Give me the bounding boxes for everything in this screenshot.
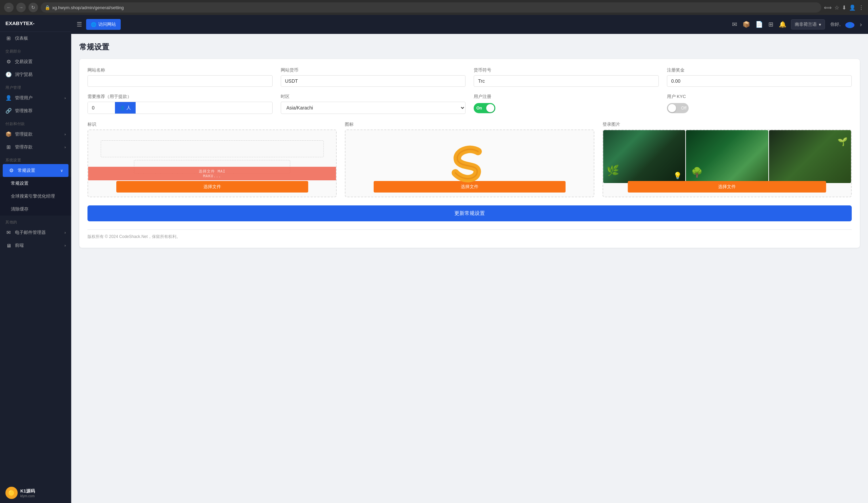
- referral-input-group: 👤 人: [87, 102, 272, 114]
- sidebar-item-running-trade[interactable]: 🕐 润宁贸易: [0, 68, 71, 81]
- sidebar-item-manage-recharge[interactable]: 📦 管理提款 ›: [0, 128, 71, 141]
- app-container: EXABYTEX- ⊞ 仪表板 交易部分 ⚙ 交易设置 🕐 润宁贸易 用户管理 …: [0, 15, 868, 503]
- sidebar-item-frontend[interactable]: 🖥 前端 ›: [0, 239, 71, 252]
- upload-grid: 标识 选择文件 MAI MAKU...: [87, 121, 852, 197]
- section-label-users: 用户管理: [0, 81, 71, 92]
- bookmark-button[interactable]: ☆: [835, 4, 839, 11]
- sidebar-sub-item-seo[interactable]: 全球搜索引擎优化经理: [0, 190, 71, 203]
- sidebar-item-label: 常规设置: [18, 167, 35, 174]
- user-menu-button[interactable]: 👤: [845, 21, 855, 28]
- visit-website-button[interactable]: 🌐 访问网站: [86, 19, 121, 30]
- toggle-knob: [486, 104, 494, 112]
- login-image-label: 登录图片: [602, 121, 852, 127]
- grid-icon-button[interactable]: ⊞: [768, 21, 773, 28]
- sidebar-item-trade-settings[interactable]: ⚙ 交易设置: [0, 55, 71, 68]
- form-row-2: 需要推荐（用于提款） 👤 人 时区 Asia/Karachi: [87, 94, 852, 115]
- browser-chrome: ← → ↻ 🔒 xg.hwym.shop/admin/general/setti…: [0, 0, 868, 15]
- toggle-knob-off: [668, 104, 676, 112]
- login-forest-panel-1: [603, 130, 685, 183]
- sidebar-item-manage-users[interactable]: 👤 管理用户 ›: [0, 92, 71, 104]
- timezone-select[interactable]: Asia/Karachi Asia/Shanghai UTC: [281, 102, 466, 114]
- chevron-down-icon: ▾: [819, 22, 821, 27]
- language-selector[interactable]: 南非荷兰语 ▾: [791, 19, 825, 30]
- s-logo-svg: [449, 143, 490, 184]
- banner-upload-box: 选择文件 MAI MAKU... 选择文件: [87, 129, 337, 197]
- section-label-payment: 付款和付款: [0, 117, 71, 128]
- frontend-icon: 🖥: [6, 243, 11, 249]
- footer-text: 版权所有 © 2024 CodeShack.Net，保留所有权利。: [87, 234, 180, 239]
- download-button[interactable]: ⬇: [842, 4, 846, 11]
- sidebar-item-label: 润宁贸易: [15, 72, 32, 77]
- profile-button[interactable]: 👤: [849, 4, 856, 11]
- currency-symbol-input[interactable]: [474, 75, 659, 87]
- logo-upload-section: 图标 选择文件: [345, 121, 594, 197]
- sidebar-item-dashboard[interactable]: ⊞ 仪表板: [0, 32, 71, 45]
- back-button[interactable]: ←: [4, 3, 13, 12]
- referral-input[interactable]: [88, 102, 115, 114]
- site-name-input[interactable]: [87, 75, 272, 87]
- general-settings-icon: ⚙: [8, 167, 14, 174]
- main-content: 常规设置 网站名称 网站货币 货币符号: [71, 34, 868, 503]
- manage-users-icon: 👤: [6, 95, 11, 101]
- site-currency-group: 网站货币: [281, 67, 466, 87]
- site-name-group: 网站名称: [87, 67, 272, 87]
- visit-globe-icon: 🌐: [91, 22, 96, 27]
- package-icon-button[interactable]: 📦: [743, 21, 750, 28]
- top-header: ☰ 🌐 访问网站 ✉ 📦 📄 ⊞ 🔔 南非荷兰语 ▾ 你好, 👤 ›: [71, 15, 868, 34]
- banner-upload-button[interactable]: 选择文件: [116, 181, 308, 192]
- settings-card: 网站名称 网站货币 货币符号 注册奖金: [79, 59, 860, 248]
- sidebar-item-email-manager[interactable]: ✉ 电子邮件管理器 ›: [0, 226, 71, 239]
- menu-dots-button[interactable]: ⋮: [858, 4, 864, 11]
- user-kyc-toggle[interactable]: Off: [667, 103, 689, 113]
- signup-bonus-label: 注册奖金: [667, 67, 852, 73]
- trade-settings-icon: ⚙: [6, 59, 11, 65]
- sub-item-label: 清除缓存: [11, 206, 29, 212]
- sidebar-item-general-settings[interactable]: ⚙ 常规设置 ∨: [3, 164, 69, 177]
- sidebar: EXABYTEX- ⊞ 仪表板 交易部分 ⚙ 交易设置 🕐 润宁贸易 用户管理 …: [0, 15, 71, 503]
- login-image-upload-button[interactable]: 选择文件: [628, 181, 826, 192]
- person-icon: 👤: [120, 105, 125, 111]
- signup-bonus-group: 注册奖金: [667, 67, 852, 87]
- user-kyc-toggle-container: Off: [667, 102, 852, 115]
- manage-deposit-icon: ⊞: [6, 144, 11, 150]
- sidebar-item-manage-referral[interactable]: 🔗 管理推荐: [0, 104, 71, 117]
- mail-icon-button[interactable]: ✉: [732, 21, 737, 28]
- logo-upload-box: 选择文件: [345, 129, 594, 197]
- login-image-preview: [603, 130, 851, 183]
- currency-symbol-group: 货币符号: [474, 67, 659, 87]
- email-manager-icon: ✉: [6, 230, 11, 235]
- user-kyc-group: 用户 KYC Off: [667, 94, 852, 115]
- toggle-off-label: Off: [681, 106, 686, 111]
- hamburger-button[interactable]: ☰: [76, 21, 82, 28]
- section-label-system: 系统设置: [0, 154, 71, 164]
- site-name-label: 网站名称: [87, 67, 272, 73]
- user-register-toggle[interactable]: On: [474, 103, 495, 113]
- banner-label: 标识: [87, 121, 337, 127]
- manage-referral-icon: 🔗: [6, 108, 11, 114]
- translate-button[interactable]: ⟺: [824, 4, 832, 11]
- bell-icon-button[interactable]: 🔔: [779, 21, 786, 28]
- login-forest-panel-3: [769, 130, 851, 183]
- refresh-button[interactable]: ↻: [29, 3, 38, 12]
- sidebar-item-label: 电子邮件管理器: [15, 230, 46, 235]
- doc-icon-button[interactable]: 📄: [755, 21, 763, 28]
- sub-item-label: 全球搜索引擎优化经理: [11, 193, 55, 199]
- url-text: xg.hwym.shop/admin/general/setting: [52, 5, 124, 10]
- referral-person-button[interactable]: 👤 人: [115, 102, 136, 114]
- sidebar-sub-item-general-settings[interactable]: 常规设置: [0, 177, 71, 190]
- update-settings-button[interactable]: 更新常规设置: [87, 206, 852, 221]
- address-bar[interactable]: 🔒 xg.hwym.shop/admin/general/setting: [41, 2, 821, 12]
- sidebar-item-manage-deposit[interactable]: ⊞ 管理存款 ›: [0, 141, 71, 154]
- sub-item-label: 常规设置: [11, 180, 29, 186]
- toggle-on-label: On: [476, 106, 482, 111]
- site-currency-input[interactable]: [281, 75, 466, 87]
- user-kyc-label: 用户 KYC: [667, 94, 852, 99]
- forward-button[interactable]: →: [16, 3, 26, 12]
- timezone-label: 时区: [281, 94, 466, 99]
- signup-bonus-input[interactable]: [667, 75, 852, 87]
- sidebar-item-label: 管理用户: [15, 95, 32, 101]
- sidebar-sub-item-cache[interactable]: 清除缓存: [0, 203, 71, 216]
- header-arrow-button[interactable]: ›: [860, 21, 862, 28]
- logo-label: 图标: [345, 121, 594, 127]
- section-label-trade: 交易部分: [0, 45, 71, 55]
